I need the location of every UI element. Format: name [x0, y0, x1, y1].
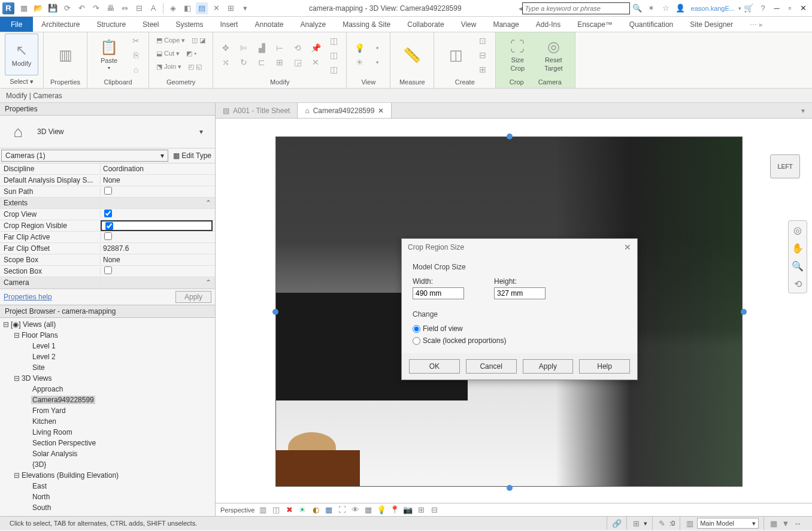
trim-icon[interactable]: ⊏	[254, 56, 269, 69]
qat-open-icon[interactable]: 📂	[32, 2, 44, 14]
tree-item[interactable]: Kitchen	[0, 416, 215, 427]
drag-icon[interactable]: ⤭	[218, 56, 234, 69]
del-icon[interactable]: ✕	[308, 56, 323, 69]
prop-value[interactable]: Coordination	[101, 165, 215, 173]
nav-zoom-icon[interactable]: 🔍	[791, 259, 804, 272]
exchange-icon[interactable]: ✶	[646, 2, 658, 14]
crop-handle-top[interactable]	[507, 133, 513, 139]
qat-switch-icon[interactable]: ⊞	[225, 2, 237, 14]
expand-icon[interactable]: ⌃	[101, 199, 215, 207]
prop-value[interactable]	[101, 210, 215, 219]
tree-item[interactable]: ⊟Elevations (Building Elevation)	[0, 470, 215, 481]
sb-filter-icon[interactable]: ▼	[781, 518, 790, 528]
qat-save-icon[interactable]: 💾	[47, 2, 59, 14]
join-button[interactable]: ⬔Join ▾ ◰ ◱	[154, 60, 204, 73]
tab-addins[interactable]: Add-Ins	[528, 17, 569, 32]
rotate-icon[interactable]: ⟲	[290, 41, 305, 54]
apply-dialog-button[interactable]: Apply	[523, 359, 574, 374]
qat-dim-icon[interactable]: ⊟	[133, 2, 145, 14]
favorite-icon[interactable]: ☆	[660, 2, 672, 14]
tree-item[interactable]: Level 1	[0, 341, 215, 351]
vc-th-icon[interactable]: ▦	[363, 505, 373, 515]
tab-file[interactable]: File	[0, 17, 33, 32]
tab-view[interactable]: View	[453, 17, 485, 32]
reset-target-button[interactable]: ◎ResetTarget	[537, 34, 570, 76]
tree-toggle-icon[interactable]: ⊟	[2, 320, 10, 329]
restore-button[interactable]: ▫	[783, 2, 796, 15]
create-button[interactable]: ◫	[439, 34, 472, 76]
filter-combo[interactable]: Cameras (1)▾	[1, 150, 168, 162]
width-input[interactable]	[413, 287, 464, 299]
cart-icon[interactable]: 🛒	[743, 2, 755, 14]
properties-help-link[interactable]: Properties help	[4, 293, 175, 301]
tab-sitedesigner[interactable]: Site Designer	[681, 17, 741, 32]
tab-architecture[interactable]: Architecture	[33, 17, 88, 32]
paste-button[interactable]: 📋 Paste ▾	[92, 34, 126, 76]
tab-collaborate[interactable]: Collaborate	[399, 17, 452, 32]
match-icon[interactable]: ⌂	[128, 63, 144, 76]
cut-icon[interactable]: ✂	[128, 34, 144, 47]
show-icon[interactable]: ☀	[352, 56, 367, 69]
tree-item[interactable]: ⊟[◉] Views (all)	[0, 319, 215, 330]
properties-button[interactable]: ▥	[49, 34, 82, 76]
nav-pan-icon[interactable]: ✋	[791, 241, 804, 254]
scale-icon[interactable]: ◲	[290, 56, 305, 69]
tab-title-sheet[interactable]: ▤A001 - Title Sheet	[216, 103, 298, 118]
hide-icon[interactable]: 💡	[352, 41, 367, 54]
prop-value[interactable]: None	[101, 256, 215, 264]
vc-render-icon[interactable]: ▦	[324, 505, 334, 515]
search-input[interactable]	[522, 2, 630, 14]
tab-steel[interactable]: Steel	[134, 17, 167, 32]
sb-select-icon[interactable]: ▦	[769, 518, 778, 528]
edit-type-button[interactable]: ▦Edit Type	[169, 151, 215, 160]
tree-item[interactable]: {3D}	[0, 459, 215, 470]
grp3-icon[interactable]: ◫	[326, 63, 341, 76]
c1-icon[interactable]: ⊡	[475, 34, 490, 47]
vc-crop-icon[interactable]: ⛶	[337, 505, 347, 515]
split-icon[interactable]: ⊢	[272, 41, 287, 54]
qat-thin-icon[interactable]: ▤	[196, 2, 208, 14]
align-icon[interactable]: ⊨	[236, 41, 252, 54]
tree-toggle-icon[interactable]: ⊟	[13, 471, 20, 480]
qat-undo-icon[interactable]: ↶	[75, 2, 87, 14]
move-icon[interactable]: ✥	[218, 41, 234, 54]
c2-icon[interactable]: ⊟	[475, 48, 490, 62]
prop-value[interactable]	[101, 266, 215, 276]
qat-3d-icon[interactable]: ◈	[167, 2, 179, 14]
tree-item[interactable]: Approach	[0, 384, 215, 395]
prop-value[interactable]	[101, 232, 215, 242]
tab-quantification[interactable]: Quantification	[621, 17, 681, 32]
dialog-close-button[interactable]: ✕	[624, 242, 631, 252]
cope-button[interactable]: ⬒Cope ▾ ◫ ◪	[154, 34, 208, 47]
prop-value[interactable]	[101, 220, 213, 231]
tab-extra-icon[interactable]: ⋯ ▸	[741, 17, 771, 32]
qat-close-icon[interactable]: ✕	[210, 2, 222, 14]
tree-item[interactable]: Solar Analysis	[0, 448, 215, 459]
tree-item[interactable]: East	[0, 481, 215, 491]
tree-item[interactable]: Section Perspective	[0, 438, 215, 448]
perspective-label[interactable]: Perspective	[220, 506, 254, 514]
mirror-icon[interactable]: ▟	[254, 41, 269, 54]
ok-button[interactable]: OK	[409, 359, 460, 374]
offset-icon[interactable]: ↻	[236, 56, 252, 69]
sb-editable-icon[interactable]: ✎	[658, 518, 667, 528]
sb-drag-icon[interactable]: ↔	[793, 518, 802, 528]
vc-c1-icon[interactable]: 📷	[403, 505, 413, 515]
tree-toggle-icon[interactable]: ⊟	[13, 331, 20, 339]
copy-icon[interactable]: ⎘	[128, 48, 144, 62]
prop-value[interactable]	[101, 187, 215, 196]
qat-section-icon[interactable]: ◧	[181, 2, 193, 14]
type-selector[interactable]: ⌂ 3D View ▾	[0, 116, 215, 148]
tab-systems[interactable]: Systems	[167, 17, 211, 32]
qat-sync-icon[interactable]: ⟳	[61, 2, 73, 14]
grp1-icon[interactable]: ◫	[326, 34, 341, 47]
viewport[interactable]: LEFT ◎ ✋ 🔍 ⟲ Crop Region Size ✕ Model Cr…	[216, 119, 812, 503]
pin-icon[interactable]: 📌	[308, 41, 323, 54]
size-crop-button[interactable]: ⛶SizeCrop	[501, 34, 534, 76]
prop-value[interactable]: 92887.6	[101, 244, 215, 253]
tab-structure[interactable]: Structure	[88, 17, 134, 32]
close-tab-icon[interactable]: ✕	[378, 107, 384, 115]
vc-hide-icon[interactable]: 👁	[350, 505, 360, 515]
height-input[interactable]	[494, 287, 546, 299]
qat-more-icon[interactable]: ▾	[239, 2, 251, 14]
